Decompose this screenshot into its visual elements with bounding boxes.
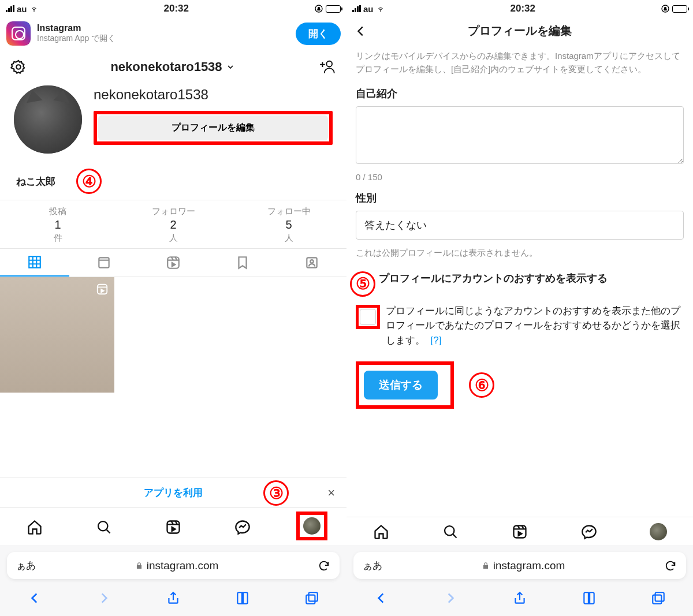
recommendation-checkbox[interactable] [360,309,376,325]
nav-avatar-icon [650,523,667,540]
profile-body: nekonekotaro1538 プロフィールを編集 [0,82,346,154]
banner-title: Instagram [37,23,290,33]
tab-grid[interactable] [0,249,69,277]
annotation-box-6: 送信する [356,361,454,409]
svg-rect-10 [167,521,180,533]
nav-reels[interactable] [139,514,208,540]
svg-point-1 [16,65,20,69]
svg-rect-5 [167,257,179,268]
phone-right-edit: au 20:32 プロフィールを編集 リンクはモバイルデバイスからのみ編集できま… [346,0,693,616]
tab-feed[interactable] [69,249,139,277]
back-button[interactable] [374,591,389,606]
svg-rect-17 [653,595,661,604]
annotation-step-5: ⑤ [350,271,375,297]
edit-profile-button[interactable]: プロフィールを編集 [98,115,328,140]
bio-label: 自己紹介 [356,87,684,100]
use-app-bar[interactable]: アプリを利用 ③ × [0,477,346,507]
lock-icon [135,561,143,570]
profile-header: nekonekotaro1538 [0,52,346,82]
safari-url-area: ぁあ instagram.com [346,545,693,584]
nav-search[interactable] [69,514,139,540]
tabs-button[interactable] [304,591,319,606]
post-thumbnail[interactable] [0,277,114,393]
reader-aa-button[interactable]: ぁあ [363,559,382,572]
nav-messenger[interactable] [554,523,624,540]
tabs-button[interactable] [651,591,666,606]
clock: 20:32 [385,3,661,14]
stat-followers[interactable]: フォロワー 2 人 [116,200,231,248]
svg-rect-11 [309,592,318,601]
tab-saved[interactable] [208,249,277,277]
annotation-box-3 [296,512,327,540]
profile-username: nekonekotaro1538 [94,87,333,103]
submit-button[interactable]: 送信する [364,371,438,400]
battery-icon [672,5,687,13]
svg-point-14 [445,526,454,535]
reload-icon[interactable] [664,559,677,572]
reload-icon[interactable] [318,559,330,572]
profile-avatar[interactable] [14,85,82,154]
annotation-box-5 [356,305,380,329]
display-name: ねこ太郎 [16,175,55,188]
forward-button [96,591,111,606]
lock-icon [482,561,490,570]
annotation-box-4: プロフィールを編集 [94,111,333,145]
share-button[interactable] [512,591,527,606]
tab-reels[interactable] [139,249,208,277]
gender-hint: これは公開プロフィールには表示されません。 [356,240,684,271]
svg-rect-15 [514,526,526,538]
bottom-nav [346,517,693,545]
bio-textarea[interactable] [356,106,684,164]
back-chevron-icon[interactable] [355,25,367,38]
recommendation-text: プロフィールに同じようなアカウントのおすすめを表示また他のプロフィールであなたの… [386,304,684,348]
safari-toolbar [346,584,693,616]
status-bar: au 20:32 [346,0,693,17]
carrier-label: au [17,4,27,14]
nav-messenger[interactable] [208,514,277,540]
orientation-lock-icon [661,4,670,13]
nav-search[interactable] [416,523,485,540]
recommendations-title: プロフィールにアカウントのおすすめを表示する [379,271,608,285]
clock: 20:32 [39,3,314,14]
nav-home[interactable] [346,523,416,540]
annotation-step-6: ⑥ [469,372,494,398]
svg-rect-16 [655,592,664,601]
edit-header: プロフィールを編集 [346,17,693,49]
svg-rect-3 [29,256,40,268]
use-app-label: アプリを利用 [144,486,203,499]
svg-rect-8 [98,285,107,294]
username-dropdown[interactable]: nekonekotaro1538 [27,59,319,74]
bookmarks-button[interactable] [582,591,597,606]
url-bar[interactable]: ぁあ instagram.com [7,552,340,579]
nav-profile[interactable] [277,514,346,540]
carrier-label: au [363,4,374,14]
settings-gear-icon[interactable] [10,59,27,75]
gender-select[interactable]: 答えたくない [356,211,684,240]
url-domain: instagram.com [147,559,219,572]
nav-reels[interactable] [485,523,554,540]
bottom-nav [0,507,346,545]
close-icon[interactable]: × [327,486,335,501]
nav-profile[interactable] [624,523,693,540]
back-button[interactable] [27,591,42,606]
orientation-lock-icon [314,4,323,13]
open-app-button[interactable]: 開く [296,23,341,45]
svg-point-9 [98,521,107,531]
bookmarks-button[interactable] [235,591,250,606]
annotation-step-3: ③ [263,480,289,506]
reels-badge-icon [96,283,109,296]
stat-following[interactable]: フォロー中 5 人 [231,200,346,248]
recommendation-checkbox-row: プロフィールに同じようなアカウントのおすすめを表示また他のプロフィールであなたの… [346,304,693,348]
stat-posts[interactable]: 投稿 1 件 [0,200,116,248]
reader-aa-button[interactable]: ぁあ [16,559,36,572]
page-title: プロフィールを編集 [367,23,672,39]
url-bar[interactable]: ぁあ instagram.com [353,552,686,579]
nav-home[interactable] [0,514,69,540]
discover-people-icon[interactable] [319,59,336,74]
banner-subtitle: Instagram App で開く [37,33,290,44]
tab-tagged[interactable] [277,249,346,277]
annotation-step-4: ④ [76,169,102,194]
signal-icon [352,5,361,12]
share-button[interactable] [166,591,181,606]
help-link[interactable]: [?] [430,335,441,346]
